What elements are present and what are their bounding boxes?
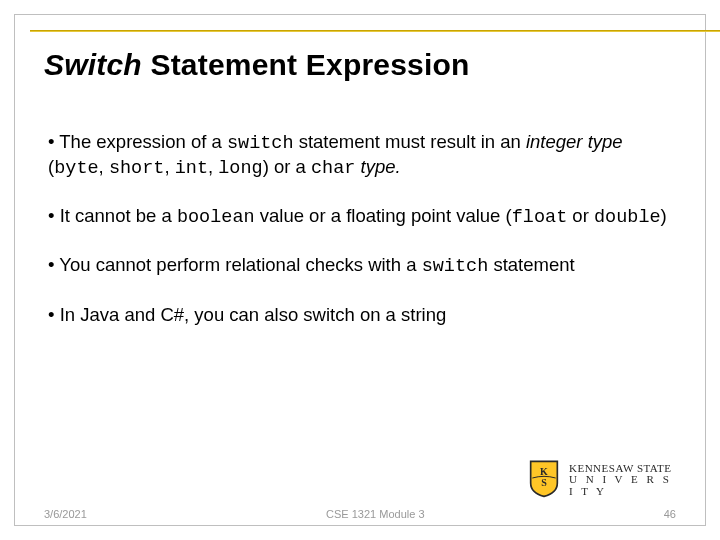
footer-page: 46	[664, 508, 676, 520]
bullet-list: The expression of a switch statement mus…	[48, 130, 672, 350]
title-rest: Statement Expression	[142, 48, 470, 81]
svg-text:K: K	[540, 466, 548, 477]
university-logo: K S KENNESAW STATE U N I V E R S I T Y	[527, 458, 682, 500]
title-italic: Switch	[44, 48, 142, 81]
code: double	[594, 207, 661, 228]
code: switch	[227, 133, 294, 154]
bullet-marker	[48, 131, 59, 152]
text: ,	[99, 156, 109, 177]
text: It cannot be a	[60, 205, 177, 226]
text: ,	[164, 156, 174, 177]
code: int	[175, 158, 208, 179]
svg-text:S: S	[541, 477, 547, 488]
bullet-marker	[48, 304, 60, 325]
italic-text: type.	[355, 156, 400, 177]
italic-text: integer type	[526, 131, 623, 152]
footer-date: 3/6/2021	[44, 508, 87, 520]
slide-title: Switch Statement Expression	[44, 48, 470, 82]
logo-text: KENNESAW STATE U N I V E R S I T Y	[569, 463, 682, 498]
text: ) or a	[263, 156, 311, 177]
text: In Java and C#, you can also switch on a…	[60, 304, 447, 325]
slide-footer: 3/6/2021 CSE 1321 Module 3 46	[44, 508, 676, 520]
text: statement	[488, 254, 574, 275]
bullet-2: It cannot be a boolean value or a floati…	[48, 204, 672, 229]
text: ,	[208, 156, 218, 177]
text: The expression of a	[59, 131, 227, 152]
code: char	[311, 158, 355, 179]
bullet-1: The expression of a switch statement mus…	[48, 130, 672, 180]
text: )	[661, 205, 667, 226]
code: boolean	[177, 207, 255, 228]
text: You cannot perform relational checks wit…	[59, 254, 421, 275]
footer-course: CSE 1321 Module 3	[326, 508, 424, 520]
code: short	[109, 158, 165, 179]
code: byte	[54, 158, 98, 179]
text: value or a floating point value (	[255, 205, 512, 226]
logo-line2: U N I V E R S I T Y	[569, 474, 682, 497]
logo-shield-icon: K S	[527, 458, 561, 502]
bullet-marker	[48, 254, 59, 275]
text: or	[567, 205, 594, 226]
code: long	[218, 158, 262, 179]
code: switch	[422, 256, 489, 277]
bullet-marker	[48, 205, 60, 226]
bullet-3: You cannot perform relational checks wit…	[48, 253, 672, 278]
code: float	[512, 207, 568, 228]
bullet-4: In Java and C#, you can also switch on a…	[48, 303, 672, 326]
accent-line-2	[30, 31, 720, 32]
text: statement must result in an	[294, 131, 526, 152]
